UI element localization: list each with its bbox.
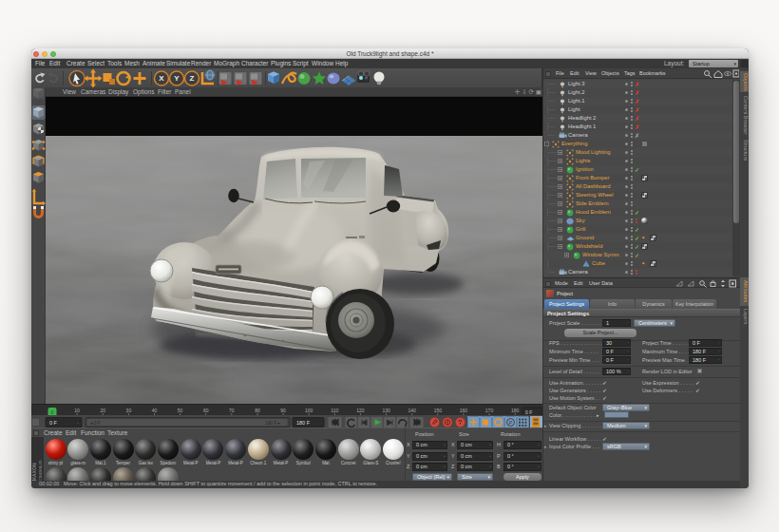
- svg-text:◦: ◦: [77, 420, 79, 426]
- svg-text:150: 150: [434, 408, 443, 413]
- svg-text:100: 100: [305, 408, 314, 413]
- svg-text:P: P: [508, 420, 512, 426]
- svg-text:180 F ▸: 180 F ▸: [265, 421, 281, 426]
- svg-text:80: 80: [255, 408, 260, 413]
- svg-text:170: 170: [485, 408, 494, 413]
- svg-text:Y: Y: [174, 74, 180, 83]
- svg-text:160: 160: [460, 408, 468, 413]
- svg-text:110: 110: [331, 408, 338, 413]
- svg-text:60: 60: [203, 408, 209, 413]
- svg-text:Z: Z: [190, 74, 195, 83]
- svg-text:X: X: [159, 74, 164, 83]
- svg-text:180: 180: [511, 408, 520, 413]
- svg-text:◂ 0 F: ◂ 0 F: [90, 421, 101, 426]
- svg-text:70: 70: [229, 408, 235, 413]
- svg-text:40: 40: [152, 408, 158, 413]
- svg-text:130: 130: [382, 408, 390, 413]
- svg-text:90: 90: [280, 408, 286, 413]
- svg-text:20: 20: [100, 408, 105, 413]
- svg-text:180 F: 180 F: [296, 420, 311, 426]
- svg-text:30: 30: [126, 408, 132, 413]
- svg-text:10: 10: [74, 408, 80, 413]
- svg-text:120: 120: [356, 408, 365, 413]
- svg-text:50: 50: [178, 408, 183, 413]
- svg-text:140: 140: [408, 408, 417, 413]
- svg-text:0 F: 0 F: [49, 420, 58, 426]
